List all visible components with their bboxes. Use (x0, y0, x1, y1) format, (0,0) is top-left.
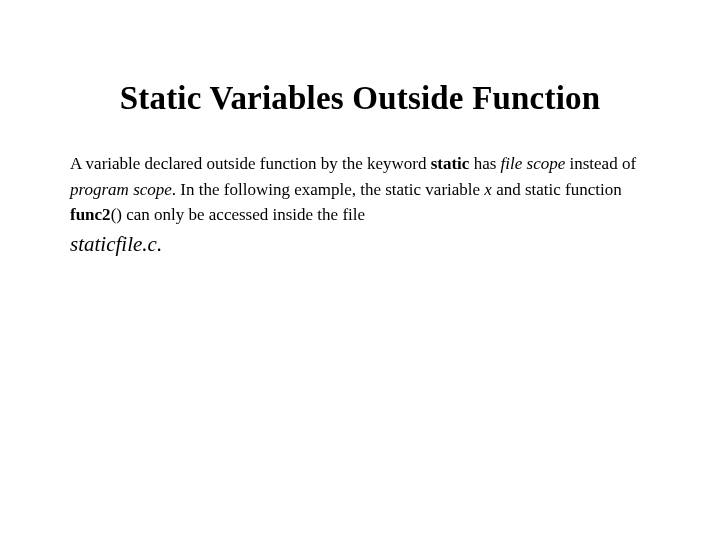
filename: staticfile.c. (70, 232, 650, 257)
body-paragraph: A variable declared outside function by … (70, 151, 650, 228)
text-segment: . In the following example, the static v… (172, 180, 485, 199)
term-program-scope: program scope (70, 180, 172, 199)
text-segment: has (469, 154, 500, 173)
slide: Static Variables Outside Function A vari… (0, 0, 720, 257)
variable-x: x (484, 180, 492, 199)
text-segment: A variable declared outside function by … (70, 154, 431, 173)
term-file-scope: file scope (501, 154, 566, 173)
slide-title: Static Variables Outside Function (70, 80, 650, 117)
function-func2: func2 (70, 205, 111, 224)
text-segment: instead of (565, 154, 636, 173)
keyword-static: static (431, 154, 470, 173)
text-segment: () can only be accessed inside the file (111, 205, 365, 224)
text-segment: and static function (492, 180, 622, 199)
